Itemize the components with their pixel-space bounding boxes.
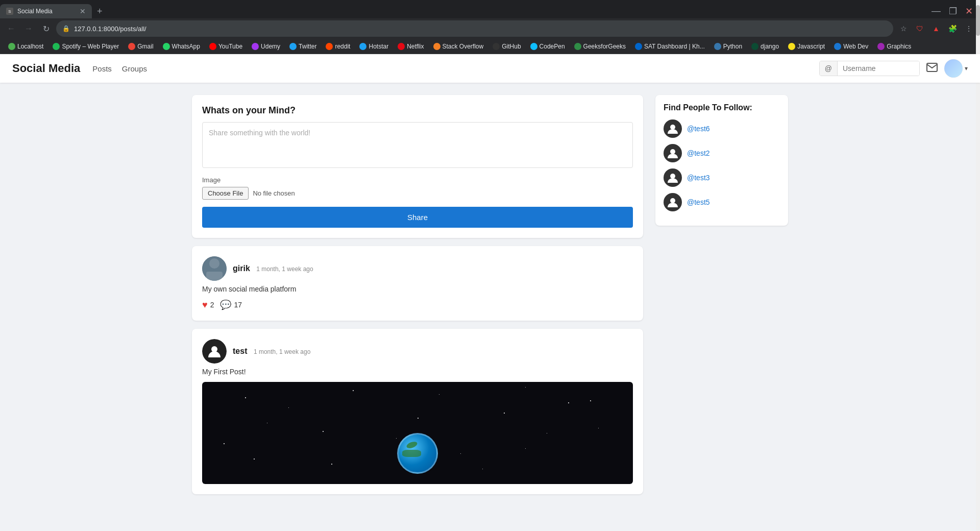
new-tab-button[interactable]: + — [92, 6, 108, 17]
nav-link-posts[interactable]: Posts — [92, 64, 112, 73]
person-item[interactable]: @test5 — [664, 193, 780, 211]
comment-action[interactable]: 💬 17 — [220, 299, 242, 310]
create-post-title: Whats on your Mind? — [202, 105, 633, 116]
bookmark-favicon — [163, 43, 170, 50]
bookmark-favicon — [53, 43, 60, 50]
search-container: @ — [819, 61, 920, 76]
bookmark-item[interactable]: Stack Overflow — [429, 42, 488, 51]
bookmark-item[interactable]: Spotify – Web Player — [48, 42, 123, 51]
bookmark-item[interactable]: Graphics — [873, 42, 915, 51]
sidebar-column: Find People To Follow: @test6 @test2 @ — [655, 95, 788, 494]
user-avatar-button[interactable]: ▾ — [944, 59, 968, 78]
bookmark-label: GeeksforGeeks — [583, 43, 626, 50]
back-button[interactable]: ← — [4, 21, 18, 36]
create-post-card: Whats on your Mind? Image Choose File No… — [192, 95, 643, 238]
bookmark-label: django — [761, 43, 779, 50]
extensions-icon[interactable]: 🧩 — [945, 21, 960, 36]
tab-favicon: S — [6, 8, 13, 15]
post-time: 1 month, 1 week ago — [256, 266, 313, 273]
main-layout: Whats on your Mind? Image Choose File No… — [184, 83, 796, 506]
post-image-space — [202, 382, 633, 484]
bookmark-label: Hotstar — [369, 43, 388, 50]
find-people-title: Find People To Follow: — [664, 103, 780, 112]
bookmark-item[interactable]: Udemy — [248, 42, 284, 51]
share-button[interactable]: Share — [202, 207, 633, 228]
brave-rewards-icon[interactable]: ▲ — [929, 21, 943, 36]
person-item[interactable]: @test2 — [664, 144, 780, 162]
bookmark-item[interactable]: CodePen — [526, 42, 569, 51]
space-star — [418, 418, 419, 419]
forward-button[interactable]: → — [21, 21, 36, 36]
page-content: Social Media Posts Groups @ ▾ — [0, 54, 980, 531]
post-username-test: test — [233, 347, 247, 355]
bookmark-item[interactable]: GeeksforGeeks — [570, 42, 630, 51]
person-item[interactable]: @test3 — [664, 168, 780, 187]
bookmark-item[interactable]: Gmail — [124, 42, 157, 51]
address-bar-input[interactable] — [74, 25, 887, 33]
browser-chrome: S Social Media ✕ + — ❐ ✕ ← → ↻ 🔒 ☆ 🛡 ▲ 🧩… — [0, 0, 980, 54]
bookmark-favicon — [493, 43, 500, 50]
post-meta: girik 1 month, 1 week ago — [233, 264, 313, 273]
bookmark-label: Web Dev — [843, 43, 868, 50]
post-card: girik 1 month, 1 week ago My own social … — [192, 246, 643, 321]
bookmark-item[interactable]: Python — [710, 42, 746, 51]
bookmark-item[interactable]: django — [747, 42, 783, 51]
space-star — [323, 431, 324, 432]
bookmark-favicon — [289, 43, 297, 50]
bookmark-favicon — [359, 43, 366, 50]
bookmark-item[interactable]: Web Dev — [830, 42, 872, 51]
maximize-button[interactable]: ❐ — [946, 6, 960, 17]
like-action[interactable]: ♥ 2 — [202, 300, 214, 310]
bookmark-label: Graphics — [887, 43, 911, 50]
bookmark-label: SAT Dashboard | Kh... — [644, 43, 705, 50]
bookmark-item[interactable]: YouTube — [205, 42, 247, 51]
person-handle[interactable]: @test3 — [687, 174, 710, 182]
space-star — [331, 464, 332, 465]
bookmark-item[interactable]: reddit — [322, 42, 354, 51]
bookmark-star-icon[interactable]: ☆ — [896, 21, 911, 36]
bookmark-item[interactable]: Javascript — [784, 42, 829, 51]
bookmark-item[interactable]: Twitter — [285, 42, 321, 51]
search-at-symbol: @ — [820, 61, 838, 76]
browser-menu-icon[interactable]: ⋮ — [962, 21, 976, 36]
person-item[interactable]: @test6 — [664, 119, 780, 138]
person-handle[interactable]: @test2 — [687, 149, 710, 157]
bookmark-item[interactable]: Hotstar — [355, 42, 393, 51]
nav-link-groups[interactable]: Groups — [122, 64, 147, 73]
bookmark-item[interactable]: SAT Dashboard | Kh... — [631, 42, 709, 51]
person-handle[interactable]: @test6 — [687, 125, 710, 133]
window-controls: — ❐ ✕ — [928, 6, 980, 17]
bookmark-label: WhatsApp — [172, 43, 200, 50]
person-handle[interactable]: @test5 — [687, 198, 710, 206]
bookmark-favicon — [751, 43, 758, 50]
space-star — [439, 394, 439, 395]
bookmark-item[interactable]: Netflix — [394, 42, 428, 51]
post-textarea[interactable] — [202, 122, 633, 168]
space-star — [504, 413, 505, 414]
bookmark-item[interactable]: GitHub — [488, 42, 525, 51]
lock-icon: 🔒 — [62, 25, 70, 32]
messages-button[interactable] — [926, 61, 938, 76]
space-star — [224, 443, 225, 444]
bookmark-label: Python — [723, 43, 742, 50]
bookmark-favicon — [635, 43, 642, 50]
bookmark-label: Spotify – Web Player — [62, 43, 119, 50]
find-people-card: Find People To Follow: @test6 @test2 @ — [655, 95, 788, 226]
search-input[interactable] — [838, 61, 919, 76]
minimize-button[interactable]: — — [928, 6, 944, 17]
bookmark-item[interactable]: WhatsApp — [159, 42, 204, 51]
globe — [397, 433, 438, 474]
close-window-button[interactable]: ✕ — [962, 6, 976, 17]
browser-tab-active[interactable]: S Social Media ✕ — [0, 4, 92, 18]
people-list: @test6 @test2 @test3 @test5 — [664, 119, 780, 211]
tab-close-button[interactable]: ✕ — [80, 7, 86, 15]
space-star — [525, 387, 526, 388]
space-star — [482, 469, 483, 469]
reload-button[interactable]: ↻ — [39, 21, 53, 36]
scroll-thumb[interactable] — [976, 5, 980, 36]
choose-file-button[interactable]: Choose File — [202, 187, 249, 200]
bookmark-favicon — [398, 43, 405, 50]
brave-shield-icon[interactable]: 🛡 — [913, 21, 927, 36]
bookmark-item[interactable]: Localhost — [4, 42, 47, 51]
user-avatar — [944, 59, 963, 78]
